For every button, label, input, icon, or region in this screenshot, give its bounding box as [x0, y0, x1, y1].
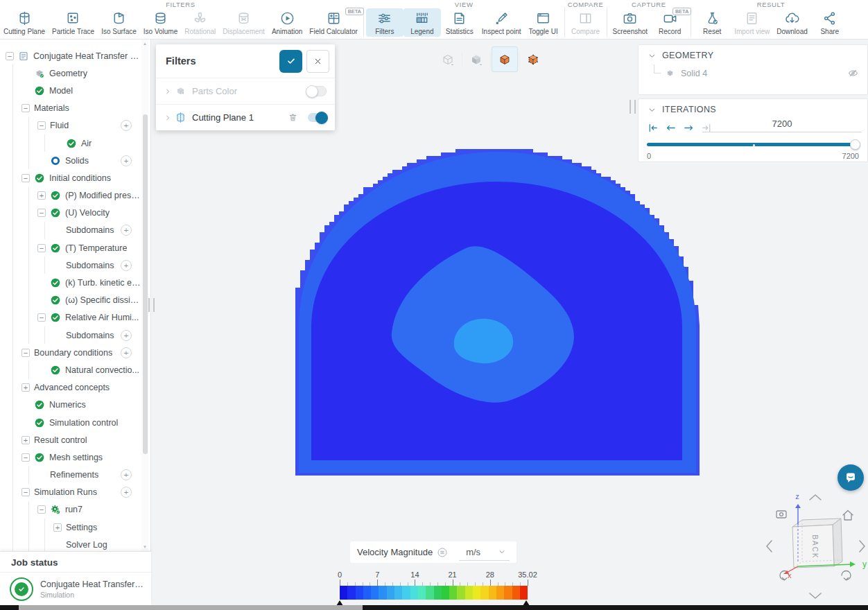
add-button[interactable]: +	[121, 469, 132, 480]
collapse-icon[interactable]: −	[21, 349, 30, 357]
filter-row-parts-color[interactable]: Parts Color	[156, 78, 335, 104]
job-status-item[interactable]: Conjugate Heat Transfer (IB... Simulatio…	[0, 573, 151, 601]
collapse-icon[interactable]: −	[37, 209, 46, 217]
expand-icon[interactable]: +	[37, 191, 46, 200]
sidebar-scrollbar[interactable]: ▲ ▼	[141, 40, 148, 551]
sidebar-resize-handle[interactable]	[148, 298, 155, 312]
nav-rotate-right-icon[interactable]	[860, 541, 865, 552]
nav-rotate-cw-icon[interactable]	[842, 571, 851, 580]
tree-item-t-temperature[interactable]: −(T) Temperature	[0, 239, 141, 256]
tree-item-boundary-conditions[interactable]: −Boundary conditions+	[0, 344, 141, 361]
add-button[interactable]: +	[121, 260, 132, 271]
toolbar-button-toggle-ui[interactable]: Toggle UI	[525, 8, 562, 37]
toolbar-button-animation[interactable]: Animation	[268, 8, 306, 37]
collapse-icon[interactable]: −	[37, 313, 46, 322]
scroll-up-icon[interactable]: ▲	[141, 42, 148, 46]
add-button[interactable]: +	[121, 347, 132, 358]
chevron-right-icon[interactable]	[164, 88, 171, 95]
nav-projection-camera-icon[interactable]	[776, 511, 786, 518]
add-button[interactable]: +	[121, 120, 132, 131]
nav-rotate-up-icon[interactable]	[810, 495, 821, 500]
tree-item-numerics[interactable]: Numerics	[0, 397, 141, 414]
tree-item-subdomains[interactable]: Subdomains+	[0, 222, 141, 239]
apply-button[interactable]	[279, 50, 302, 73]
toolbar-button-record[interactable]: RecordBETA	[651, 8, 688, 37]
expand-icon[interactable]: +	[21, 436, 30, 444]
tree-item-model[interactable]: Model	[0, 82, 141, 99]
tree-item-subdomains[interactable]: Subdomains+	[0, 256, 141, 274]
tree-item-simulation-runs[interactable]: −Simulation Runs+	[0, 484, 141, 501]
collapse-icon[interactable]: −	[21, 174, 30, 182]
collapse-icon[interactable]: −	[21, 104, 30, 112]
visibility-eye-icon[interactable]	[847, 67, 859, 79]
collapse-icon[interactable]: −	[37, 121, 46, 130]
toolbar-button-download[interactable]: Download	[773, 8, 810, 37]
tree-item-air[interactable]: Air	[0, 134, 141, 152]
filter-row-cutting-plane-1[interactable]: Cutting Plane 1	[156, 104, 335, 130]
visibility-toggle[interactable]	[306, 86, 327, 96]
toolbar-button-iso-surface[interactable]: Iso Surface	[98, 8, 140, 37]
nav-home-icon[interactable]	[843, 511, 853, 521]
render-mode-wireframe-button[interactable]	[435, 46, 461, 72]
tree-item-advanced-concepts[interactable]: +Advanced concepts	[0, 379, 141, 397]
expand-icon[interactable]: +	[21, 383, 30, 392]
toolbar-button-cutting-plane[interactable]: Cutting Plane	[0, 8, 49, 37]
toolbar-button-particle-trace[interactable]: Particle Trace	[49, 8, 98, 37]
tree-item-simulation-control[interactable]: Simulation control	[0, 414, 141, 431]
navigation-cube[interactable]: BACK z y x	[760, 489, 868, 603]
tree-item-natural-convectio[interactable]: Natural convectio...	[0, 361, 141, 378]
tree-item-solids[interactable]: Solids+	[0, 152, 141, 169]
toolbar-button-share[interactable]: Share	[811, 8, 849, 37]
unit-dropdown[interactable]: m/s	[459, 543, 510, 561]
geometry-item-solid4[interactable]: Solid 4	[654, 67, 859, 79]
toolbar-button-screenshot[interactable]: Screenshot	[609, 8, 652, 37]
tree-item-k-turb-kinetic-en[interactable]: (k) Turb. kinetic en...	[0, 274, 141, 291]
trash-icon[interactable]	[288, 112, 298, 123]
toolbar-button-filters[interactable]: Filters	[366, 8, 403, 37]
tree-item-refinements[interactable]: Refinements+	[0, 467, 141, 484]
render-mode-surface-button[interactable]	[463, 46, 489, 72]
collapse-icon[interactable]: −	[6, 52, 14, 60]
toolbar-button-legend[interactable]: Legend	[403, 8, 441, 37]
slider-thumb[interactable]	[850, 139, 860, 150]
next-iteration-button[interactable]	[683, 122, 695, 134]
toolbar-button-statistics[interactable]: Statistics	[441, 8, 478, 37]
tree-item-result-control[interactable]: +Result control	[0, 431, 141, 448]
field-menu-icon[interactable]	[437, 547, 448, 558]
visibility-toggle[interactable]	[308, 113, 327, 122]
scroll-down-icon[interactable]: ▼	[141, 545, 148, 549]
tree-item-subdomains[interactable]: Subdomains+	[0, 326, 141, 344]
collapse-icon[interactable]: −	[21, 453, 30, 462]
tree-item-geometry[interactable]: Geometry	[0, 64, 141, 82]
iteration-value-input[interactable]: 7200	[702, 119, 862, 132]
nav-rotate-down-icon[interactable]	[810, 593, 821, 598]
support-chat-button[interactable]	[837, 464, 864, 491]
tree-item-materials[interactable]: −Materials	[0, 100, 141, 117]
field-name-label[interactable]: Velocity Magnitude	[357, 547, 433, 557]
previous-iteration-button[interactable]	[665, 122, 677, 134]
toolbar-button-inspect-point[interactable]: Inspect point	[478, 8, 525, 37]
view-cube[interactable]: BACK	[792, 518, 842, 568]
nav-rotate-left-icon[interactable]	[767, 541, 772, 552]
tree-item-fluid[interactable]: −Fluid+	[0, 117, 141, 134]
toolbar-button-reset[interactable]: Reset	[693, 8, 731, 37]
chevron-down-icon[interactable]	[648, 106, 656, 114]
tree-item-solver-log[interactable]: Solver Log	[0, 536, 141, 551]
toolbar-button-iso-volume[interactable]: Iso Volume	[140, 8, 181, 37]
tree-item-conjugate-heat-transfer-i[interactable]: −Conjugate Heat Transfer (I...	[0, 47, 141, 64]
scrollbar-thumb[interactable]	[143, 114, 148, 454]
tree-item-u-velocity[interactable]: −(U) Velocity	[0, 204, 141, 222]
tree-item-relative-air-humi[interactable]: −Relative Air Humi...	[0, 309, 141, 326]
tree-item-p-modified-press[interactable]: +(P) Modified press...	[0, 187, 141, 204]
tree-item-specific-dissipa[interactable]: (ω) Specific dissipa...	[0, 292, 141, 309]
chevron-right-icon[interactable]	[164, 114, 171, 121]
chevron-down-icon[interactable]	[648, 52, 656, 60]
skip-to-first-button[interactable]	[647, 122, 659, 134]
render-mode-solid-wireframe-button[interactable]	[520, 46, 546, 72]
right-panel-resize-handle[interactable]	[630, 100, 636, 114]
add-button[interactable]: +	[121, 155, 132, 166]
collapse-icon[interactable]: −	[37, 244, 46, 252]
toolbar-button-field-calculator[interactable]: Field CalculatorBETA	[306, 8, 361, 37]
tree-item-mesh-settings[interactable]: −Mesh settings	[0, 448, 141, 466]
add-button[interactable]: +	[121, 330, 132, 341]
